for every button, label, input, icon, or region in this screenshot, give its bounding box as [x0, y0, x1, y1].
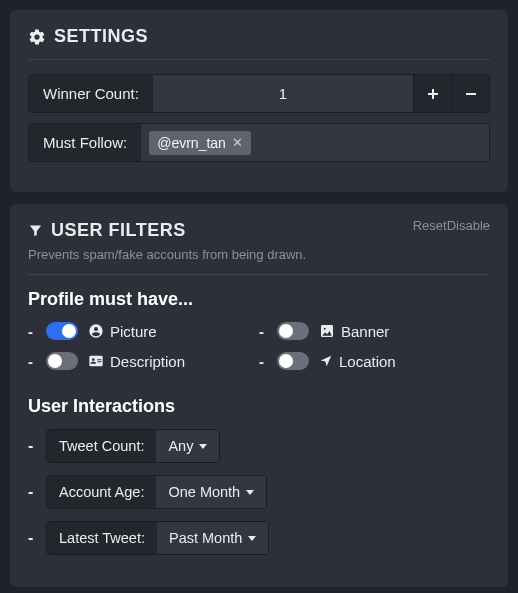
profile-section-title: Profile must have... [28, 289, 490, 310]
follow-tag-text: @evrn_tan [157, 135, 226, 151]
filter-banner-label: Banner [319, 323, 389, 340]
chevron-down-icon [248, 536, 256, 541]
settings-header: SETTINGS [28, 26, 490, 60]
tweet-count-dropdown[interactable]: Any [156, 430, 219, 462]
follow-tag: @evrn_tan ✕ [149, 131, 251, 155]
chevron-down-icon [199, 444, 207, 449]
toggle-location[interactable] [277, 352, 309, 370]
tweet-count-label: Tweet Count: [47, 430, 156, 462]
chevron-down-icon [246, 490, 254, 495]
latest-tweet-row: - Latest Tweet: Past Month [28, 521, 490, 555]
bullet-icon: - [28, 323, 36, 340]
location-arrow-icon [319, 354, 333, 368]
latest-tweet-label: Latest Tweet: [47, 522, 157, 554]
bullet-icon: - [259, 323, 267, 340]
toggle-description[interactable] [46, 352, 78, 370]
winner-count-row: Winner Count: [28, 74, 490, 113]
tweet-count-row: - Tweet Count: Any [28, 429, 490, 463]
must-follow-input[interactable]: @evrn_tan ✕ [141, 124, 489, 161]
winner-count-input[interactable] [153, 75, 413, 112]
account-age-row: - Account Age: One Month [28, 475, 490, 509]
account-age-dropdown[interactable]: One Month [156, 476, 266, 508]
filters-actions: Reset Disable [413, 218, 490, 233]
filters-subtitle: Prevents spam/fake accounts from being d… [28, 247, 490, 262]
filter-location: - Location [259, 352, 490, 370]
interactions-section-title: User Interactions [28, 396, 490, 417]
filter-icon [28, 223, 43, 238]
user-filters-panel: USER FILTERS Prevents spam/fake accounts… [10, 204, 508, 587]
account-age-group: Account Age: One Month [46, 475, 267, 509]
filter-picture: - Picture [28, 322, 259, 340]
must-follow-row: Must Follow: @evrn_tan ✕ [28, 123, 490, 162]
image-icon [319, 323, 335, 339]
bullet-icon: - [28, 529, 36, 547]
user-circle-icon [88, 323, 104, 339]
latest-tweet-dropdown[interactable]: Past Month [157, 522, 268, 554]
filter-picture-label: Picture [88, 323, 157, 340]
filter-description-label: Description [88, 353, 185, 370]
bullet-icon: - [28, 437, 36, 455]
reset-button[interactable]: Reset [413, 218, 447, 233]
disable-button[interactable]: Disable [447, 218, 490, 233]
bullet-icon: - [28, 353, 36, 370]
bullet-icon: - [28, 483, 36, 501]
minus-icon [465, 88, 477, 100]
settings-panel: SETTINGS Winner Count: Must Follow: @evr… [10, 10, 508, 192]
toggle-banner[interactable] [277, 322, 309, 340]
winner-count-group: Winner Count: [28, 74, 490, 113]
profile-filter-grid: - Picture - Banner - Description - [28, 322, 490, 382]
id-card-icon [88, 353, 104, 369]
filter-location-label: Location [319, 353, 396, 370]
filter-description: - Description [28, 352, 259, 370]
svg-rect-1 [428, 93, 438, 95]
filters-title: USER FILTERS [51, 220, 186, 241]
must-follow-label: Must Follow: [29, 124, 141, 161]
latest-tweet-group: Latest Tweet: Past Month [46, 521, 269, 555]
filters-header: USER FILTERS Prevents spam/fake accounts… [28, 220, 490, 275]
winner-count-label: Winner Count: [29, 75, 153, 112]
decrement-button[interactable] [451, 75, 489, 112]
filter-banner: - Banner [259, 322, 490, 340]
gear-icon [28, 28, 46, 46]
settings-title: SETTINGS [54, 26, 148, 47]
bullet-icon: - [259, 353, 267, 370]
tweet-count-group: Tweet Count: Any [46, 429, 220, 463]
svg-rect-2 [466, 93, 476, 95]
account-age-label: Account Age: [47, 476, 156, 508]
must-follow-group: Must Follow: @evrn_tan ✕ [28, 123, 490, 162]
increment-button[interactable] [413, 75, 451, 112]
toggle-picture[interactable] [46, 322, 78, 340]
plus-icon [427, 88, 439, 100]
remove-tag-icon[interactable]: ✕ [232, 135, 243, 150]
